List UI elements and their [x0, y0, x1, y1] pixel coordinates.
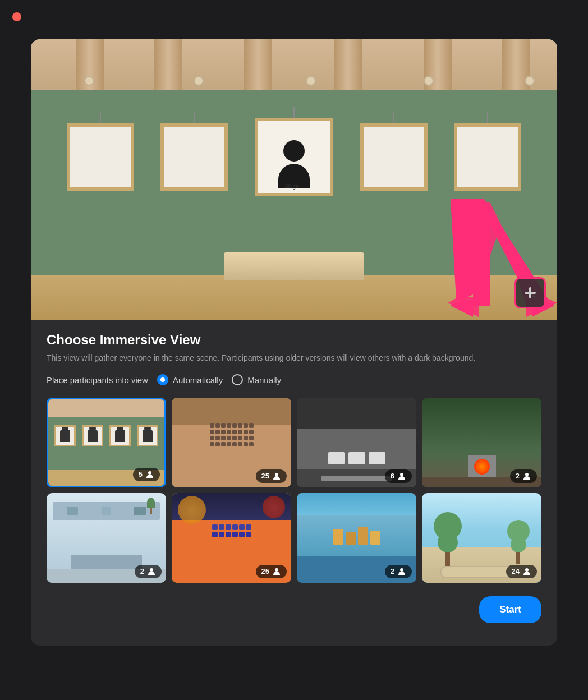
- scene-item-modern[interactable]: 6: [297, 398, 416, 487]
- radio-manual-label: Manually: [247, 375, 281, 385]
- frame-empty-1: [70, 127, 131, 187]
- radio-auto-circle[interactable]: [157, 374, 168, 385]
- main-container: Abiga...: [31, 39, 557, 646]
- scene-count-theater: 25: [261, 567, 269, 575]
- scene-item-theater[interactable]: 25: [172, 493, 291, 583]
- radio-manual-circle[interactable]: [232, 374, 243, 385]
- scene-count-nature: 24: [512, 567, 520, 575]
- svg-point-4: [148, 471, 151, 475]
- scene-grid: 5: [47, 398, 541, 583]
- scene-count-office: 2: [140, 567, 144, 575]
- frame-wrapper-4: [360, 112, 428, 191]
- add-scene-button[interactable]: [514, 277, 546, 308]
- frame-4: [360, 123, 428, 191]
- scene-count-gallery: 5: [139, 470, 143, 478]
- description-text: This view will gather everyone in the sa…: [47, 352, 507, 364]
- content-area: Choose Immersive View This view will gat…: [31, 320, 557, 583]
- scene-item-auditorium[interactable]: 25: [172, 398, 291, 487]
- frame-empty-4: [364, 127, 424, 187]
- radio-auto[interactable]: Automatically: [157, 374, 223, 385]
- frame-empty-2: [164, 127, 224, 187]
- frames-row: Abiga...: [31, 107, 557, 196]
- beam-4: [334, 39, 362, 90]
- spotlight-5: [525, 76, 535, 86]
- beam-3: [244, 39, 272, 90]
- scene-item-fireplace[interactable]: 2: [422, 398, 541, 487]
- placement-row: Place participants into view Automatical…: [47, 374, 541, 385]
- spotlight-4: [424, 76, 434, 86]
- frame-wire-5: [487, 112, 488, 123]
- scene-count-cafe: 2: [391, 567, 394, 575]
- footer-row: Start: [31, 596, 557, 629]
- scene-badge-gallery: 5: [133, 468, 160, 481]
- radio-auto-label: Automatically: [173, 375, 223, 385]
- scene-badge-auditorium: 25: [256, 469, 287, 483]
- frame-5: [454, 123, 521, 191]
- frame-wrapper-2: [160, 112, 228, 191]
- svg-point-5: [275, 473, 278, 476]
- scene-badge-theater: 25: [256, 565, 287, 578]
- beam-2: [154, 39, 182, 90]
- spotlight-2: [194, 76, 204, 86]
- scene-item-cafe[interactable]: 2: [297, 493, 416, 583]
- svg-rect-3: [525, 292, 536, 294]
- start-button[interactable]: Start: [479, 596, 541, 623]
- scene-item-nature[interactable]: 24: [422, 493, 541, 583]
- scene-item-gallery[interactable]: 5: [47, 398, 166, 487]
- scene-badge-modern: 6: [385, 469, 412, 483]
- frame-wire-3: [293, 107, 295, 118]
- spotlight-1: [84, 76, 94, 86]
- podium: [224, 252, 364, 280]
- scene-count-modern: 6: [391, 472, 394, 480]
- svg-point-6: [400, 473, 403, 476]
- svg-point-9: [275, 568, 278, 572]
- frame-wrapper-5: [454, 112, 521, 191]
- svg-point-10: [400, 568, 403, 572]
- svg-point-7: [525, 473, 529, 476]
- frame-wrapper-3: Abiga...: [255, 107, 333, 196]
- scene-badge-nature: 24: [506, 565, 537, 578]
- frame-1: [67, 123, 134, 191]
- gallery-scene: Abiga...: [31, 39, 557, 320]
- spotlight-3: [306, 76, 316, 86]
- frame-3: Abiga...: [255, 118, 333, 196]
- frame-wire-2: [194, 112, 195, 123]
- scene-count-auditorium: 25: [261, 472, 269, 480]
- frame-wrapper-1: [67, 112, 134, 191]
- scene-badge-cafe: 2: [385, 565, 412, 578]
- header-row: Choose Immersive View: [47, 332, 541, 348]
- frame-wire-1: [100, 112, 101, 123]
- person-silhouette: [278, 121, 310, 193]
- scene-count-fireplace: 2: [516, 472, 520, 480]
- traffic-light-button[interactable]: [12, 12, 21, 21]
- frame-empty-5: [457, 127, 518, 187]
- svg-point-11: [525, 568, 529, 572]
- scene-item-office[interactable]: 2: [47, 493, 166, 583]
- scene-badge-office: 2: [135, 565, 162, 578]
- person-name: Abiga...: [284, 183, 304, 190]
- svg-point-8: [150, 568, 153, 572]
- frame-wire-4: [393, 112, 394, 123]
- preview-area: Abiga...: [31, 39, 557, 320]
- page-title: Choose Immersive View: [47, 332, 200, 348]
- scene-badge-fireplace: 2: [510, 469, 537, 483]
- ceiling: [31, 39, 557, 90]
- placement-label: Place participants into view: [47, 375, 148, 385]
- radio-manual[interactable]: Manually: [232, 374, 281, 385]
- person-head: [283, 140, 305, 162]
- frame-2: [160, 123, 228, 191]
